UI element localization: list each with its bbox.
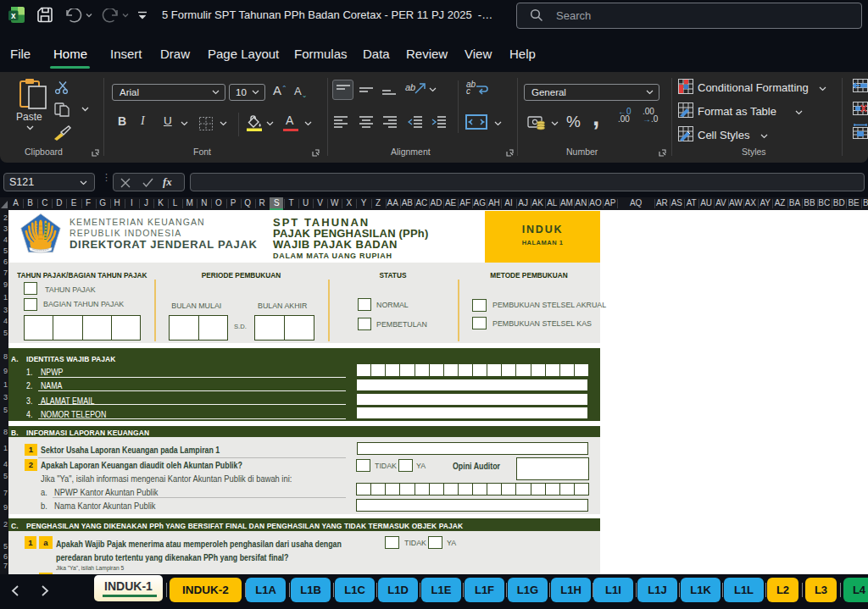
svg-text:x: x bbox=[11, 11, 16, 20]
